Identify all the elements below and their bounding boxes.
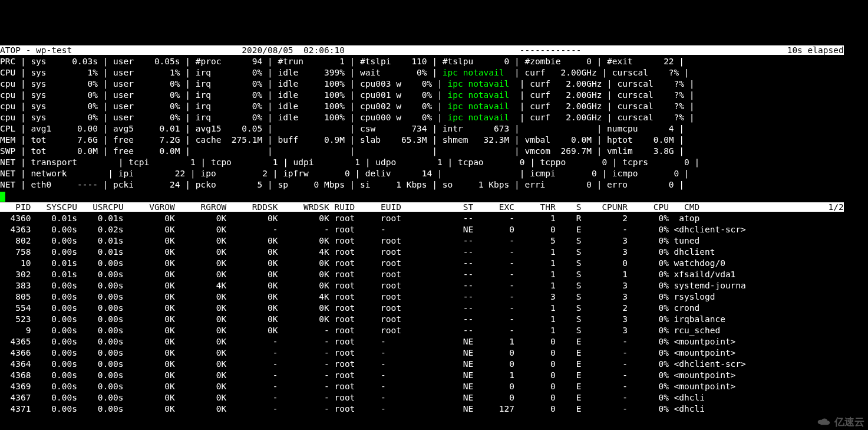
stat-row-cpu: cpu | sys 0% | user 0% | irq 0% | idle 1… — [0, 90, 695, 100]
process-row: 4363 0.00s 0.02s 0K 0K - - root - NE 0 0… — [0, 225, 746, 234]
process-row: 4364 0.00s 0.00s 0K 0K - - root - NE 0 0… — [0, 359, 746, 369]
watermark: 亿速云 — [817, 416, 864, 428]
process-row: 4365 0.00s 0.00s 0K 0K - - root - NE 1 0… — [0, 337, 735, 346]
stat-row-NET: NET | transport | tcpi 1 | tcpo 1 | udpi… — [0, 157, 699, 167]
stat-row-cpu: cpu | sys 0% | user 0% | irq 0% | idle 1… — [0, 101, 695, 111]
watermark-text: 亿速云 — [834, 416, 864, 428]
ipc-notavail: ipc notavail — [443, 90, 514, 100]
ipc-notavail: ipc notavail — [443, 79, 514, 88]
process-row: 4368 0.00s 0.00s 0K 0K - - root - NE 1 0… — [0, 370, 735, 380]
process-row: 383 0.00s 0.00s 0K 4K 0K 0K root root --… — [0, 281, 746, 290]
process-row: 802 0.00s 0.01s 0K 0K 0K 0K root root --… — [0, 236, 699, 245]
process-row: 10 0.01s 0.00s 0K 0K 0K 0K root root -- … — [0, 258, 725, 268]
process-row: 4360 0.01s 0.01s 0K 0K 0K 0K root root -… — [0, 214, 699, 223]
process-row: 302 0.01s 0.00s 0K 0K 0K 0K root root --… — [0, 270, 735, 279]
process-row: 523 0.00s 0.00s 0K 0K 0K 0K root root --… — [0, 314, 725, 324]
stat-row-cpu: cpu | sys 0% | user 0% | irq 0% | idle 1… — [0, 113, 695, 122]
cursor — [0, 192, 5, 202]
ipc-notavail: ipc notavail — [443, 101, 514, 111]
stat-row-CPU: CPU | sys 1% | user 1% | irq 0% | idle 3… — [0, 68, 689, 77]
process-row: 9 0.00s 0.00s 0K 0K 0K - root root -- - … — [0, 326, 720, 335]
process-row: 554 0.00s 0.00s 0K 0K 0K 0K root root --… — [0, 303, 699, 313]
stat-row-NET: NET | eth0 ---- | pcki 24 | pcko 5 | sp … — [0, 180, 684, 189]
stat-row-NET: NET | network | ipi 22 | ipo 2 | ipfrw 0… — [0, 169, 689, 178]
process-row: 4367 0.00s 0.00s 0K 0K - - root - NE 0 0… — [0, 393, 705, 402]
stat-row-MEM: MEM | tot 7.6G | free 7.2G | cache 275.1… — [0, 135, 684, 145]
process-row: 4366 0.00s 0.00s 0K 0K - - root - NE 0 0… — [0, 348, 735, 357]
process-row: 4371 0.00s 0.00s 0K 0K - - root - NE 127… — [0, 404, 705, 413]
process-header: PID SYSCPU USRCPU VGROW RGROW RDDSK WRDS… — [0, 202, 844, 212]
stat-row-SWP: SWP | tot 0.0M | free 0.0M | | | | | vmc… — [0, 146, 684, 156]
stat-row-cpu: cpu | sys 0% | user 0% | irq 0% | idle 1… — [0, 79, 695, 88]
process-row: 758 0.00s 0.01s 0K 0K 0K 4K root root --… — [0, 247, 715, 257]
stat-row-PRC: PRC | sys 0.03s | user 0.05s | #proc 94 … — [0, 57, 684, 66]
ipc-notavail: ipc notavail — [443, 113, 514, 122]
process-row: 4369 0.00s 0.00s 0K 0K - - root - NE 0 0… — [0, 382, 735, 391]
stat-row-CPL: CPL | avg1 0.00 | avg5 0.01 | avg15 0.05… — [0, 124, 684, 133]
header-bar: ATOP - wp-test 2020/08/05 02:06:10 -----… — [0, 45, 844, 55]
atop-terminal[interactable]: ATOP - wp-test 2020/08/05 02:06:10 -----… — [0, 45, 868, 415]
ipc-notavail: ipc notavail — [437, 68, 509, 77]
process-row: 805 0.00s 0.00s 0K 0K 0K 4K root root --… — [0, 292, 715, 301]
